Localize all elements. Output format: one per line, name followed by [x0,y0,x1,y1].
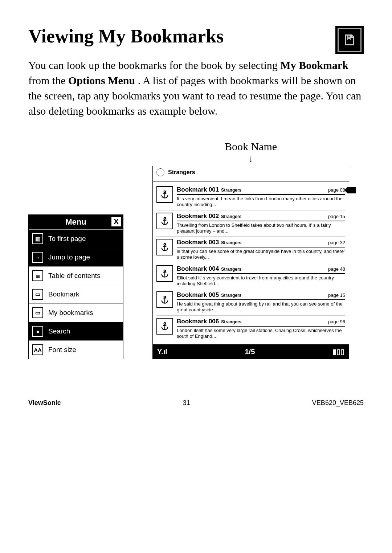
bookmark-subtitle: Strangers [221,240,241,245]
anchor-icon [156,318,173,335]
svg-point-6 [164,243,166,245]
bookmark-snippet: London itself has some very large rail s… [177,327,345,340]
device-screen: Strangers Bookmark 001Strangerspage 08It… [152,166,349,359]
bookmark-title: Bookmark 003 [177,239,219,246]
options-menu-bold: Options Menu [68,74,135,86]
intro-text-2: from the [28,74,68,86]
svg-point-3 [164,217,166,219]
menu-item-icon: ≣ [32,270,43,281]
menu-header-label: Menu [65,217,86,227]
menu-item-label: My bookmarks [48,309,93,317]
footer-model: VEB620_VEB625 [312,399,364,407]
anchor-icon [156,239,173,255]
bookmark-row[interactable]: Bookmark 005Strangerspage 15He said the … [156,289,345,316]
my-bookmark-bold: My Bookmark [280,59,348,71]
footer-brand: ViewSonic [28,399,61,407]
bookmark-page: page 48 [328,266,345,272]
menu-item[interactable]: ▭Bookmark [29,285,123,303]
bookmarks-header-icon [335,26,364,54]
svg-point-12 [164,296,166,298]
bookmark-row[interactable]: Bookmark 006Strangerspage 96London itsel… [156,316,345,342]
bookmark-row[interactable]: Bookmark 004Strangerspage 48Elliot said … [156,263,345,290]
menu-item-label: Font size [48,346,76,354]
bookmark-title: Bookmark 005 [177,291,219,299]
menu-item-icon: ● [32,326,43,337]
footer-page-number: 31 [183,399,190,407]
bookmark-subtitle: Strangers [221,267,241,272]
bookmark-page: page 15 [328,292,345,298]
menu-header: Menu X [29,215,123,229]
intro-paragraph: You can look up the bookmarks for the bo… [28,58,364,119]
menu-item-label: Table of contents [48,272,101,280]
delete-bookmark-button[interactable] [347,187,356,193]
bookmark-body: Bookmark 002Strangerspage 15Travelling f… [177,213,345,234]
menu-item-label: To first page [48,235,86,243]
menu-item-icon: ▭ [32,289,43,300]
bookmark-subtitle: Strangers [221,188,241,193]
menu-item[interactable]: ▭My bookmarks [29,303,123,322]
bookmark-title: Bookmark 002 [177,213,219,220]
anchor-icon [156,265,173,282]
arrow-down-icon: ↓ [138,154,364,164]
bookmark-page: page 32 [328,240,345,245]
options-menu-panel: Menu X ▥To first page→Jump to page≣Table… [28,214,123,359]
bookmark-snippet: Elliot said it' s very convenient to tra… [177,274,345,287]
svg-point-9 [164,270,166,272]
menu-item-label: Bookmark [48,290,79,298]
bookmark-title: Bookmark 006 [177,318,219,325]
bookmark-body: Bookmark 003Strangerspage 32is that you … [177,239,345,261]
svg-point-0 [164,191,166,193]
bookmark-title: Bookmark 001 [177,186,219,193]
loading-icon [156,168,164,176]
anchor-icon [156,291,173,308]
menu-item-icon: → [32,252,43,263]
signal-icon: Y.ıl [157,348,167,356]
intro-text-1: You can look up the bookmarks for the bo… [28,59,280,71]
bookmark-snippet: is that you can see some of the great co… [177,247,345,261]
page-title: Viewing My Bookmarks [28,25,224,47]
svg-point-15 [164,323,166,324]
menu-item-icon: ▥ [32,233,43,244]
bookmark-body: Bookmark 004Strangerspage 48Elliot said … [177,265,345,287]
screen-header: Strangers [153,166,349,182]
book-name-callout: Book Name [138,140,364,153]
menu-item[interactable]: AAFont size [29,340,123,359]
bookmark-page-icon [343,33,356,46]
bookmark-title: Bookmark 004 [177,265,219,273]
battery-icon: ▮▯▯ [332,347,344,356]
menu-item[interactable]: ●Search [29,322,123,340]
menu-item[interactable]: →Jump to page [29,248,123,266]
anchor-icon [156,186,173,203]
bookmark-subtitle: Strangers [221,319,241,324]
anchor-icon [156,213,173,229]
pager-indicator: 1/5 [167,348,332,356]
menu-item[interactable]: ▥To first page [29,229,123,248]
bookmark-row[interactable]: Bookmark 002Strangerspage 15Travelling f… [156,210,345,237]
bookmark-body: Bookmark 001Strangerspage 08It' s very c… [177,186,345,208]
bookmark-snippet: Travelling from London to Sheffield take… [177,221,345,234]
bookmark-list: Bookmark 001Strangerspage 08It' s very c… [153,182,349,341]
bookmark-page: page 96 [328,319,345,324]
bookmark-subtitle: Strangers [221,214,241,219]
screen-footer: Y.ıl 1/5 ▮▯▯ [153,344,349,359]
bookmark-row[interactable]: Bookmark 001Strangerspage 08It' s very c… [156,184,345,210]
book-title: Strangers [168,169,195,176]
menu-item[interactable]: ≣Table of contents [29,266,123,285]
page-footer: ViewSonic 31 VEB620_VEB625 [28,399,364,407]
bookmark-page: page 15 [328,214,345,219]
bookmark-snippet: He said the great thing about travelling… [177,300,345,313]
close-button[interactable]: X [111,217,121,226]
menu-item-icon: AA [32,344,43,355]
bookmark-snippet: It' s very convenient, I mean the links … [177,195,345,208]
bookmark-row[interactable]: Bookmark 003Strangerspage 32is that you … [156,237,345,263]
bookmark-subtitle: Strangers [221,293,241,298]
menu-item-label: Jump to page [48,253,90,261]
close-icon: X [114,217,119,226]
menu-item-label: Search [48,327,70,335]
menu-item-icon: ▭ [32,307,43,318]
bookmark-page: page 08 [328,187,345,193]
bookmark-body: Bookmark 006Strangerspage 96London itsel… [177,318,345,340]
bookmark-body: Bookmark 005Strangerspage 15He said the … [177,291,345,313]
